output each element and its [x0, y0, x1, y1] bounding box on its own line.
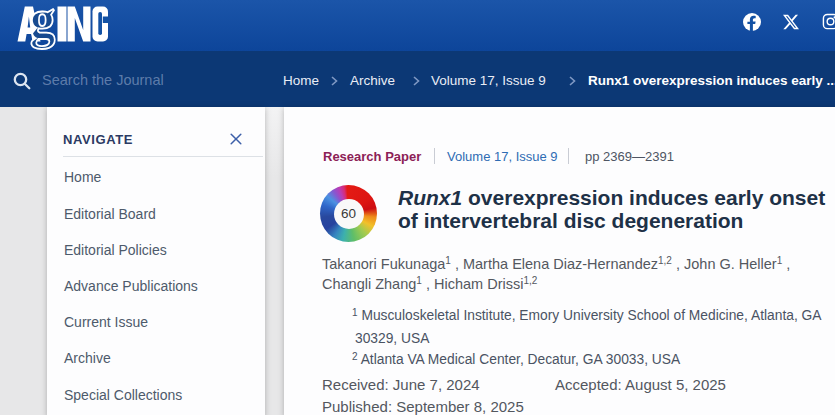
- svg-text:g: g: [30, 0, 55, 48]
